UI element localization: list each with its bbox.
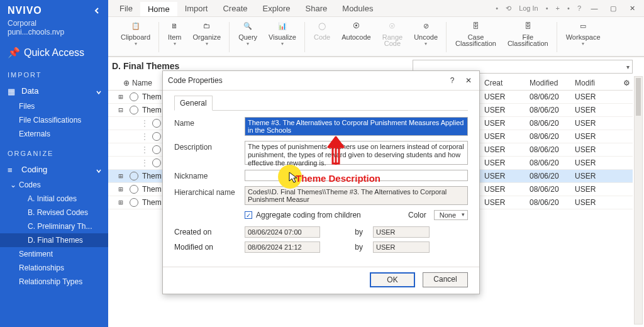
name-field[interactable]: Theme #3. The Alternatives to Corporal P… bbox=[245, 117, 468, 136]
tab-general[interactable]: General bbox=[174, 96, 213, 111]
autocode-icon: ⦿ bbox=[350, 19, 362, 32]
modified-on-value: 08/06/2024 21:12 bbox=[245, 241, 320, 253]
nav-codes[interactable]: ⌄Codes bbox=[0, 178, 108, 192]
col-modified[interactable]: Modified bbox=[530, 79, 575, 87]
ribbon-query[interactable]: 🔍Query▾ bbox=[235, 18, 261, 48]
dialog-help-button[interactable]: ? bbox=[447, 75, 458, 86]
col-modifiedby[interactable]: Modifi bbox=[575, 79, 620, 87]
quick-access[interactable]: 📌 Quick Access bbox=[0, 43, 108, 62]
pin-icon: 📌 bbox=[8, 47, 20, 58]
chevron-down-icon: ⌄ bbox=[10, 180, 16, 189]
row-label: Them bbox=[142, 185, 162, 194]
col-name[interactable]: Name bbox=[132, 79, 152, 87]
chevron-down-icon[interactable]: ▾ bbox=[626, 64, 630, 70]
ribbon-clipboard[interactable]: 📋Clipboard▾ bbox=[117, 18, 154, 48]
row-label: Them bbox=[142, 106, 162, 114]
label-hierarchical: Hierarchical name bbox=[174, 186, 237, 197]
cloud-icon[interactable]: • bbox=[493, 3, 501, 13]
color-select[interactable]: None bbox=[434, 210, 468, 220]
nav-sentiment[interactable]: Sentiment bbox=[0, 247, 108, 261]
range-icon: ⦾ bbox=[386, 19, 399, 32]
menu-file[interactable]: File bbox=[112, 1, 140, 16]
window-maximize[interactable]: ▢ bbox=[605, 2, 621, 14]
nickname-field[interactable] bbox=[245, 170, 468, 181]
window-close[interactable]: ✕ bbox=[624, 2, 640, 14]
nav-coding[interactable]: ≡Coding bbox=[0, 161, 108, 178]
ribbon-autocode[interactable]: ⦿Autocode bbox=[338, 18, 374, 48]
dialog-close-button[interactable]: ✕ bbox=[463, 75, 474, 86]
expander-icon[interactable]: ⊞ bbox=[117, 185, 125, 194]
menu-explore[interactable]: Explore bbox=[255, 1, 298, 16]
col-createdby[interactable]: Creat bbox=[484, 79, 530, 87]
expander-icon[interactable]: ⊞ bbox=[117, 92, 125, 101]
hierarchical-field: Codes\\D. Final Themes\\Theme #3. The Al… bbox=[245, 186, 468, 205]
aggregate-checkbox[interactable]: ✓ bbox=[245, 211, 252, 219]
code-bullet-icon bbox=[130, 172, 138, 180]
sync-icon[interactable]: ⟲ bbox=[503, 3, 514, 14]
label-nickname: Nickname bbox=[174, 170, 237, 180]
plus-icon[interactable]: + bbox=[553, 3, 562, 13]
label-created-on: Created on bbox=[174, 228, 237, 236]
ribbon-code: ◯Code bbox=[310, 18, 334, 48]
ribbon-visualize[interactable]: 📊Visualize▾ bbox=[265, 18, 300, 48]
ribbon-organize[interactable]: 🗀Organize▾ bbox=[189, 18, 225, 48]
menu-home[interactable]: Home bbox=[140, 2, 177, 16]
ribbon-workspace[interactable]: ▭Workspace▾ bbox=[562, 18, 604, 48]
chevron-down-icon bbox=[96, 167, 102, 173]
code-bullet-icon bbox=[152, 132, 161, 141]
search-icon: 🔍 bbox=[242, 19, 254, 32]
code-bullet-icon bbox=[152, 119, 161, 128]
nav-relationships[interactable]: Relationships bbox=[0, 261, 108, 275]
section-import: IMPORT bbox=[0, 62, 108, 82]
expander-icon[interactable]: ⊞ bbox=[117, 198, 125, 207]
sidebar: NVIVO Corporal puni...chools.nvp 📌 Quick… bbox=[0, 0, 108, 327]
menu-import[interactable]: Import bbox=[177, 1, 216, 16]
nav-externals[interactable]: Externals bbox=[0, 127, 108, 141]
nav-data[interactable]: ▦Data bbox=[0, 82, 108, 99]
list-icon: ≡ bbox=[8, 165, 16, 174]
code-bullet-icon bbox=[130, 106, 138, 114]
created-on-value: 08/06/2024 07:00 bbox=[245, 226, 320, 238]
nav-code-final[interactable]: D. Final Themes bbox=[0, 233, 108, 247]
collapse-sidebar-icon[interactable] bbox=[92, 7, 102, 14]
ribbon-case-classification[interactable]: 🗄CaseClassification bbox=[452, 18, 500, 48]
expand-all-icon[interactable]: ⊕ bbox=[123, 79, 130, 87]
ribbon-item[interactable]: 🗎Item▾ bbox=[164, 18, 185, 48]
nav-file-classifications[interactable]: File Classifications bbox=[0, 113, 108, 127]
chevron-down-icon bbox=[96, 88, 102, 94]
menu-share[interactable]: Share bbox=[298, 1, 335, 16]
code-bullet-icon bbox=[130, 198, 138, 207]
workspace-icon: ▭ bbox=[577, 19, 589, 32]
menu-create[interactable]: Create bbox=[215, 1, 255, 16]
cancel-button[interactable]: Cancel bbox=[423, 272, 468, 287]
nav-files[interactable]: Files bbox=[0, 99, 108, 113]
nav-code-preliminary[interactable]: C. Preliminary Th... bbox=[0, 219, 108, 233]
label-created-by: by bbox=[328, 228, 365, 236]
clipboard-icon: 📋 bbox=[130, 19, 142, 32]
code-bullet-icon bbox=[152, 145, 161, 154]
nav-code-revised[interactable]: B. Revised Codes bbox=[0, 206, 108, 219]
fileclass-icon: 🗄 bbox=[521, 19, 534, 32]
menu-bar: File Home Import Create Explore Share Mo… bbox=[108, 0, 644, 16]
gear-icon[interactable]: ⚙ bbox=[620, 79, 633, 87]
description-field[interactable]: The types of punishments teachers use on… bbox=[245, 141, 468, 165]
nav-code-initial[interactable]: A. Initial codes bbox=[0, 192, 108, 206]
login-link[interactable]: Log In bbox=[516, 3, 541, 13]
created-by-value: USER bbox=[373, 226, 430, 238]
expander-icon[interactable]: ⊟ bbox=[117, 106, 125, 114]
ok-button[interactable]: OK bbox=[370, 272, 415, 287]
label-color: Color bbox=[408, 211, 426, 219]
folder-icon: 🗀 bbox=[201, 19, 213, 32]
circle-icon: ◯ bbox=[316, 19, 328, 32]
window-minimize[interactable]: — bbox=[586, 2, 602, 14]
menu-modules[interactable]: Modules bbox=[335, 1, 380, 16]
code-properties-dialog: Code Properties ? ✕ General Name Theme #… bbox=[162, 70, 480, 294]
ribbon-file-classification[interactable]: 🗄FileClassification bbox=[504, 18, 552, 48]
vertical-scrollbar[interactable] bbox=[634, 76, 643, 324]
nav-relationship-types[interactable]: Relationship Types bbox=[0, 275, 108, 289]
case-icon: 🗄 bbox=[469, 19, 482, 32]
section-organize: ORGANIZE bbox=[0, 141, 108, 161]
help-icon[interactable]: ? bbox=[575, 3, 584, 13]
ribbon-uncode[interactable]: ⊘Uncode▾ bbox=[410, 18, 441, 48]
expander-icon[interactable]: ⊞ bbox=[117, 172, 125, 180]
